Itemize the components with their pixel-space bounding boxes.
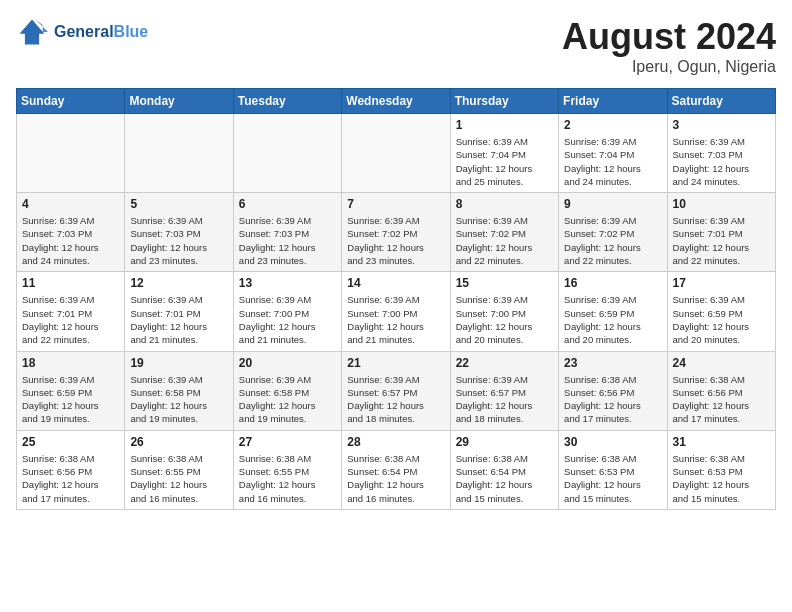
calendar-cell: 23Sunrise: 6:38 AM Sunset: 6:56 PM Dayli… (559, 351, 667, 430)
day-info: Sunrise: 6:39 AM Sunset: 7:02 PM Dayligh… (347, 214, 444, 267)
weekday-header: Friday (559, 89, 667, 114)
calendar-cell: 22Sunrise: 6:39 AM Sunset: 6:57 PM Dayli… (450, 351, 558, 430)
calendar-cell: 4Sunrise: 6:39 AM Sunset: 7:03 PM Daylig… (17, 193, 125, 272)
day-number: 30 (564, 435, 661, 449)
calendar-cell: 29Sunrise: 6:38 AM Sunset: 6:54 PM Dayli… (450, 430, 558, 509)
day-info: Sunrise: 6:39 AM Sunset: 7:03 PM Dayligh… (22, 214, 119, 267)
calendar-cell (342, 114, 450, 193)
logo: GeneralBlue (16, 16, 148, 48)
calendar-cell: 18Sunrise: 6:39 AM Sunset: 6:59 PM Dayli… (17, 351, 125, 430)
calendar-week-row: 11Sunrise: 6:39 AM Sunset: 7:01 PM Dayli… (17, 272, 776, 351)
day-info: Sunrise: 6:38 AM Sunset: 6:53 PM Dayligh… (673, 452, 770, 505)
day-info: Sunrise: 6:38 AM Sunset: 6:55 PM Dayligh… (130, 452, 227, 505)
day-number: 28 (347, 435, 444, 449)
day-info: Sunrise: 6:39 AM Sunset: 7:03 PM Dayligh… (239, 214, 336, 267)
day-info: Sunrise: 6:39 AM Sunset: 7:01 PM Dayligh… (673, 214, 770, 267)
day-info: Sunrise: 6:39 AM Sunset: 7:02 PM Dayligh… (456, 214, 553, 267)
day-info: Sunrise: 6:38 AM Sunset: 6:56 PM Dayligh… (564, 373, 661, 426)
day-number: 20 (239, 356, 336, 370)
calendar-cell: 27Sunrise: 6:38 AM Sunset: 6:55 PM Dayli… (233, 430, 341, 509)
day-number: 22 (456, 356, 553, 370)
calendar-cell: 31Sunrise: 6:38 AM Sunset: 6:53 PM Dayli… (667, 430, 775, 509)
calendar-cell: 17Sunrise: 6:39 AM Sunset: 6:59 PM Dayli… (667, 272, 775, 351)
day-info: Sunrise: 6:38 AM Sunset: 6:54 PM Dayligh… (456, 452, 553, 505)
calendar-cell: 9Sunrise: 6:39 AM Sunset: 7:02 PM Daylig… (559, 193, 667, 272)
day-info: Sunrise: 6:39 AM Sunset: 7:00 PM Dayligh… (456, 293, 553, 346)
day-number: 26 (130, 435, 227, 449)
calendar-cell (125, 114, 233, 193)
day-info: Sunrise: 6:39 AM Sunset: 6:59 PM Dayligh… (564, 293, 661, 346)
day-info: Sunrise: 6:39 AM Sunset: 6:59 PM Dayligh… (673, 293, 770, 346)
day-number: 24 (673, 356, 770, 370)
day-number: 16 (564, 276, 661, 290)
calendar-week-row: 18Sunrise: 6:39 AM Sunset: 6:59 PM Dayli… (17, 351, 776, 430)
calendar-cell: 11Sunrise: 6:39 AM Sunset: 7:01 PM Dayli… (17, 272, 125, 351)
day-info: Sunrise: 6:39 AM Sunset: 7:04 PM Dayligh… (564, 135, 661, 188)
calendar-week-row: 1Sunrise: 6:39 AM Sunset: 7:04 PM Daylig… (17, 114, 776, 193)
calendar-cell: 12Sunrise: 6:39 AM Sunset: 7:01 PM Dayli… (125, 272, 233, 351)
day-info: Sunrise: 6:39 AM Sunset: 7:04 PM Dayligh… (456, 135, 553, 188)
calendar-cell: 16Sunrise: 6:39 AM Sunset: 6:59 PM Dayli… (559, 272, 667, 351)
calendar-cell: 21Sunrise: 6:39 AM Sunset: 6:57 PM Dayli… (342, 351, 450, 430)
calendar-cell: 26Sunrise: 6:38 AM Sunset: 6:55 PM Dayli… (125, 430, 233, 509)
calendar-cell: 10Sunrise: 6:39 AM Sunset: 7:01 PM Dayli… (667, 193, 775, 272)
logo-icon (16, 16, 48, 48)
svg-marker-0 (20, 20, 45, 45)
day-info: Sunrise: 6:39 AM Sunset: 7:00 PM Dayligh… (347, 293, 444, 346)
day-info: Sunrise: 6:39 AM Sunset: 7:01 PM Dayligh… (22, 293, 119, 346)
day-info: Sunrise: 6:39 AM Sunset: 6:57 PM Dayligh… (347, 373, 444, 426)
day-number: 15 (456, 276, 553, 290)
day-number: 23 (564, 356, 661, 370)
day-info: Sunrise: 6:39 AM Sunset: 7:00 PM Dayligh… (239, 293, 336, 346)
weekday-header: Sunday (17, 89, 125, 114)
title-block: August 2024 Iperu, Ogun, Nigeria (562, 16, 776, 76)
day-number: 13 (239, 276, 336, 290)
calendar-cell: 6Sunrise: 6:39 AM Sunset: 7:03 PM Daylig… (233, 193, 341, 272)
calendar-cell: 28Sunrise: 6:38 AM Sunset: 6:54 PM Dayli… (342, 430, 450, 509)
day-info: Sunrise: 6:39 AM Sunset: 7:03 PM Dayligh… (130, 214, 227, 267)
calendar-week-row: 4Sunrise: 6:39 AM Sunset: 7:03 PM Daylig… (17, 193, 776, 272)
day-number: 5 (130, 197, 227, 211)
calendar-cell (233, 114, 341, 193)
calendar-cell: 25Sunrise: 6:38 AM Sunset: 6:56 PM Dayli… (17, 430, 125, 509)
day-info: Sunrise: 6:38 AM Sunset: 6:54 PM Dayligh… (347, 452, 444, 505)
calendar-table: SundayMondayTuesdayWednesdayThursdayFrid… (16, 88, 776, 510)
day-info: Sunrise: 6:38 AM Sunset: 6:53 PM Dayligh… (564, 452, 661, 505)
calendar-cell: 24Sunrise: 6:38 AM Sunset: 6:56 PM Dayli… (667, 351, 775, 430)
day-info: Sunrise: 6:38 AM Sunset: 6:56 PM Dayligh… (673, 373, 770, 426)
calendar-week-row: 25Sunrise: 6:38 AM Sunset: 6:56 PM Dayli… (17, 430, 776, 509)
month-title: August 2024 (562, 16, 776, 58)
calendar-cell: 20Sunrise: 6:39 AM Sunset: 6:58 PM Dayli… (233, 351, 341, 430)
calendar-cell: 7Sunrise: 6:39 AM Sunset: 7:02 PM Daylig… (342, 193, 450, 272)
day-number: 3 (673, 118, 770, 132)
day-number: 27 (239, 435, 336, 449)
calendar-cell: 2Sunrise: 6:39 AM Sunset: 7:04 PM Daylig… (559, 114, 667, 193)
logo-name: GeneralBlue (54, 23, 148, 41)
page-header: GeneralBlue August 2024 Iperu, Ogun, Nig… (16, 16, 776, 76)
day-info: Sunrise: 6:39 AM Sunset: 7:03 PM Dayligh… (673, 135, 770, 188)
day-info: Sunrise: 6:39 AM Sunset: 6:58 PM Dayligh… (239, 373, 336, 426)
day-number: 17 (673, 276, 770, 290)
day-number: 14 (347, 276, 444, 290)
weekday-header: Wednesday (342, 89, 450, 114)
day-number: 19 (130, 356, 227, 370)
day-info: Sunrise: 6:39 AM Sunset: 6:59 PM Dayligh… (22, 373, 119, 426)
weekday-header: Saturday (667, 89, 775, 114)
calendar-cell: 19Sunrise: 6:39 AM Sunset: 6:58 PM Dayli… (125, 351, 233, 430)
calendar-cell: 5Sunrise: 6:39 AM Sunset: 7:03 PM Daylig… (125, 193, 233, 272)
day-info: Sunrise: 6:38 AM Sunset: 6:56 PM Dayligh… (22, 452, 119, 505)
day-info: Sunrise: 6:39 AM Sunset: 7:01 PM Dayligh… (130, 293, 227, 346)
day-number: 1 (456, 118, 553, 132)
day-number: 25 (22, 435, 119, 449)
day-number: 2 (564, 118, 661, 132)
day-number: 18 (22, 356, 119, 370)
calendar-cell: 8Sunrise: 6:39 AM Sunset: 7:02 PM Daylig… (450, 193, 558, 272)
day-info: Sunrise: 6:39 AM Sunset: 6:58 PM Dayligh… (130, 373, 227, 426)
calendar-cell: 13Sunrise: 6:39 AM Sunset: 7:00 PM Dayli… (233, 272, 341, 351)
day-number: 10 (673, 197, 770, 211)
location: Iperu, Ogun, Nigeria (562, 58, 776, 76)
calendar-cell: 30Sunrise: 6:38 AM Sunset: 6:53 PM Dayli… (559, 430, 667, 509)
day-number: 7 (347, 197, 444, 211)
day-number: 9 (564, 197, 661, 211)
day-number: 31 (673, 435, 770, 449)
